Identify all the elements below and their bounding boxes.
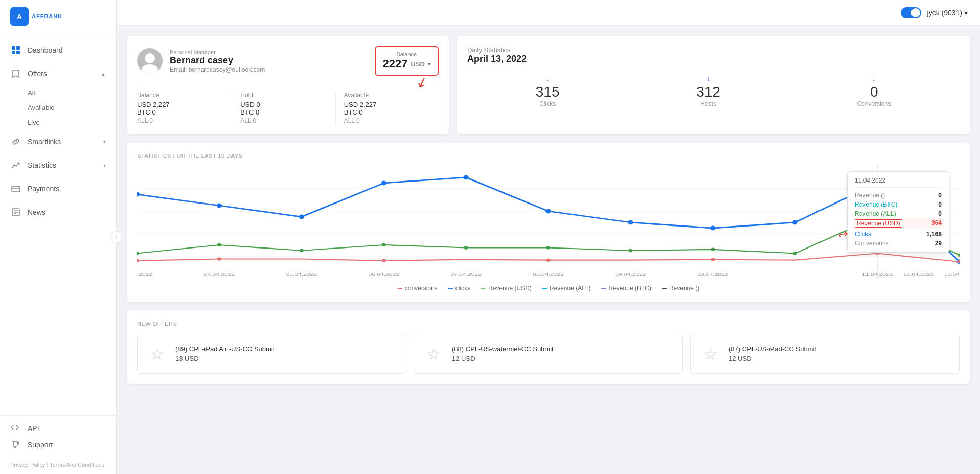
offers-submenu: All Available Live [0, 85, 116, 130]
offer-price-0: 13 USD [175, 355, 398, 363]
tooltip-row-revenue-usd: Revenue (USD) 364 [853, 218, 944, 229]
chart-container: 03.04.2022 04.04.2022 05.04.2022 06.04.2… [137, 166, 960, 279]
terms-link[interactable]: Terms And Conditions [50, 462, 104, 468]
clicks-arrow-icon: ↓ [536, 75, 560, 83]
legend-revenue-usd-dot [481, 288, 486, 289]
svg-point-52 [711, 258, 715, 261]
hosts-value: 312 [696, 84, 720, 100]
legend-clicks-label: clicks [455, 285, 470, 292]
sidebar-item-referrals[interactable]: Referrals [0, 224, 116, 227]
sidebar-item-statistics[interactable]: Statistics ▾ [0, 153, 116, 177]
conversions-arrow-icon: ↓ [857, 75, 891, 83]
stat-available-title: Available [344, 92, 430, 99]
tooltip-row-clicks: Clicks 1,168 [855, 231, 942, 238]
sidebar-nav: Dashboard Offers ▲ All Available Live Sm… [0, 33, 116, 227]
svg-text:05.04.2022: 05.04.2022 [286, 272, 317, 277]
sidebar-item-news[interactable]: News [0, 200, 116, 224]
chart-icon [10, 160, 21, 171]
sidebar-item-support[interactable]: Support [10, 439, 106, 450]
offer-star-2[interactable]: ☆ [699, 343, 721, 365]
card-icon [10, 183, 21, 194]
svg-text:13.04.2022: 13.04.2022 [944, 272, 960, 277]
svg-text:10.04.2022: 10.04.2022 [697, 272, 728, 277]
stat-balance-btc: BTC 0 [137, 108, 223, 116]
sidebar-item-smartlinks-label: Smartlinks [28, 138, 103, 146]
svg-point-43 [628, 249, 632, 253]
offer-info-0: (89) CPL-iPad Air -US-CC Submit 13 USD [175, 345, 398, 363]
offer-star-0[interactable]: ☆ [146, 343, 168, 365]
chart-tooltip: 11.04.2022 Revenue () 0 Revenue (BTC) 0 … [847, 171, 949, 253]
svg-rect-5 [16, 51, 20, 54]
manager-name: Bernard casey [170, 55, 368, 66]
sidebar-item-dashboard[interactable]: Dashboard [0, 38, 116, 62]
svg-text:03.04.2022: 03.04.2022 [137, 272, 152, 277]
tooltip-conversions-label: Conversions [855, 240, 889, 247]
tooltip-date: 11.04.2022 [855, 177, 942, 188]
sidebar-collapse-button[interactable]: ‹ [110, 231, 122, 243]
legend-clicks-dot [448, 288, 453, 289]
toggle-switch[interactable] [901, 7, 921, 18]
legend-revenue-btc-dot [601, 288, 606, 289]
logo-icon: A [10, 7, 29, 26]
balance-dropdown-icon[interactable]: ▾ [428, 61, 430, 67]
balance-amount: 2227 [383, 57, 408, 71]
tooltip-revenue-label: Revenue () [855, 192, 885, 199]
svg-point-31 [545, 209, 551, 214]
chart-section: STATISTICS FOR THE LAST 10 DAYS [127, 143, 970, 302]
legend-conversions-label: conversions [405, 285, 438, 292]
offer-card-1[interactable]: ☆ (88) CPL-US-watermel-CC Submit 12 USD [414, 334, 683, 374]
svg-point-41 [464, 246, 468, 250]
legend-revenue-usd-label: Revenue (USD) [488, 285, 532, 292]
tooltip-revenue-usd-value: 364 [931, 219, 942, 228]
svg-point-34 [792, 220, 798, 225]
daily-stats-date: April 13, 2022 [467, 54, 960, 64]
offer-info-2: (87) CPL-US-iPad-CC Submit 12 USD [728, 345, 951, 363]
tooltip-revenue-btc-value: 0 [938, 201, 942, 208]
offer-price-2: 12 USD [728, 355, 951, 363]
sidebar-item-offers[interactable]: Offers ▲ [0, 62, 116, 85]
svg-point-28 [299, 215, 304, 219]
cup-icon [10, 439, 21, 450]
statistics-arrow-icon: ▾ [103, 163, 106, 168]
main-content: jyck (9031) ▾ Personal Manager Bernard c… [117, 0, 980, 474]
content-area: Personal Manager Bernard casey Email: be… [117, 26, 980, 474]
legend-revenue-usd: Revenue (USD) [481, 285, 532, 292]
tooltip-row-revenue-btc: Revenue (BTC) 0 [855, 201, 942, 208]
tooltip-clicks-value: 1,168 [926, 231, 942, 238]
chart-annotation-arrow: ↩ [838, 227, 849, 241]
legend-revenue-all: Revenue (ALL) [542, 285, 591, 292]
offer-card-0[interactable]: ☆ (89) CPL-iPad Air -US-CC Submit 13 USD [137, 334, 406, 374]
stat-balance-all: ALL 0 [137, 117, 223, 124]
offer-info-1: (88) CPL-US-watermel-CC Submit 12 USD [452, 345, 674, 363]
stat-available-btc: BTC 0 [344, 108, 430, 116]
hosts-label: Hosts [696, 100, 720, 107]
stat-available-all: ALL 0 [344, 117, 430, 124]
tooltip-revenue-usd-label: Revenue (USD) [855, 219, 902, 228]
user-arrow-icon: ▾ [964, 9, 968, 17]
sidebar-item-smartlinks[interactable]: Smartlinks ▾ [0, 130, 116, 153]
manager-card: Personal Manager Bernard casey Email: be… [127, 36, 449, 134]
privacy-policy-link[interactable]: Privacy Policy [10, 462, 45, 468]
svg-rect-6 [12, 186, 20, 192]
svg-text:07.04.2022: 07.04.2022 [450, 272, 481, 277]
api-label: API [28, 424, 39, 433]
offers-sub-all[interactable]: All [28, 85, 116, 100]
metric-hosts: ↓ 312 Hosts [696, 75, 720, 107]
clicks-value: 315 [536, 84, 560, 100]
svg-point-38 [217, 243, 221, 247]
user-menu[interactable]: jyck (9031) ▾ [927, 9, 968, 17]
sidebar-item-payments[interactable]: Payments [0, 177, 116, 200]
balance-value: 2227 USD ▾ [383, 57, 430, 71]
tooltip-conversions-value: 29 [935, 240, 942, 247]
offers-sub-live[interactable]: Live [28, 115, 116, 130]
offer-star-1[interactable]: ☆ [422, 343, 445, 365]
offer-card-2[interactable]: ☆ (87) CPL-US-iPad-CC Submit 12 USD [690, 334, 960, 374]
offers-sub-available[interactable]: Available [28, 100, 116, 115]
offers-grid: ☆ (89) CPL-iPad Air -US-CC Submit 13 USD… [137, 334, 960, 374]
svg-point-33 [710, 226, 716, 231]
tooltip-revenue-value: 0 [938, 192, 942, 199]
svg-point-45 [793, 252, 797, 255]
sidebar-item-api[interactable]: API [10, 423, 106, 434]
theme-toggle[interactable] [901, 7, 921, 18]
grid-icon [10, 44, 21, 56]
